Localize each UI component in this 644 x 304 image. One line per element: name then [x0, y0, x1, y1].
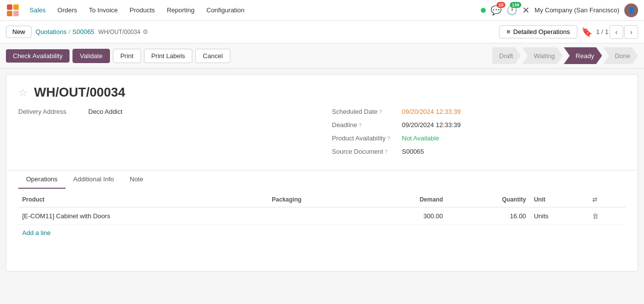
nav-to-invoice[interactable]: To Invoice — [84, 4, 123, 16]
col-quantity: Quantity — [447, 192, 530, 207]
svg-rect-0 — [7, 4, 12, 10]
source-document-row: Source Document ? S00065 — [332, 145, 626, 158]
deadline-help-icon[interactable]: ? — [358, 122, 361, 128]
source-doc-help-icon[interactable]: ? — [385, 149, 388, 155]
cancel-button[interactable]: Cancel — [195, 49, 230, 63]
svg-rect-2 — [7, 11, 12, 16]
col-product: Product — [18, 192, 268, 207]
document-title: WH/OUT/00034 — [34, 85, 125, 100]
scheduled-date-help-icon[interactable]: ? — [379, 109, 382, 115]
breadcrumb-quotations[interactable]: Quotations — [36, 28, 67, 35]
product-availability-value[interactable]: Not Available — [402, 135, 439, 142]
print-button[interactable]: Print — [113, 49, 141, 63]
cell-product[interactable]: [E-COM11] Cabinet with Doors — [18, 207, 268, 225]
svg-rect-1 — [13, 4, 19, 10]
delivery-address-label: Delivery Address — [18, 108, 82, 115]
table-row: [E-COM11] Cabinet with Doors 300.00 16.0… — [18, 207, 626, 225]
pagination-nav: 1 / 1 ‹ › — [596, 25, 638, 39]
right-fields: Scheduled Date ? 09/20/2024 12:33:39 Dea… — [332, 105, 626, 158]
col-unit: Unit — [530, 192, 589, 207]
nav-sales[interactable]: Sales — [25, 4, 51, 16]
cell-unit: Units — [530, 207, 589, 225]
cell-packaging — [268, 207, 365, 225]
adjust-columns-icon[interactable]: ⇄ — [592, 196, 597, 203]
left-fields: Delivery Address Deco Addict — [18, 105, 312, 158]
source-document-label: Source Document ? — [332, 148, 396, 155]
form-section: Delivery Address Deco Addict Scheduled D… — [6, 105, 638, 166]
top-navigation: Sales Orders To Invoice Products Reporti… — [0, 0, 644, 21]
col-adjust: ⇄ — [588, 192, 626, 207]
action-buttons-row: Check Availability Validate Print Print … — [0, 43, 644, 68]
online-status-dot — [481, 8, 486, 13]
settings-icon[interactable]: ✕ — [522, 5, 530, 16]
tab-note[interactable]: Note — [122, 170, 151, 189]
svg-rect-3 — [13, 11, 19, 16]
tabs-row: Operations Additional Info Note — [6, 170, 638, 188]
tab-operations[interactable]: Operations — [18, 170, 66, 189]
scheduled-date-value[interactable]: 09/20/2024 12:33:39 — [402, 108, 461, 115]
scheduled-date-label: Scheduled Date ? — [332, 108, 396, 115]
step-draft[interactable]: Draft — [492, 47, 521, 64]
step-wrapper: Draft Waiting Ready Done — [492, 47, 638, 64]
cell-delete[interactable]: 🗑 — [588, 207, 626, 225]
step-ready[interactable]: Ready — [564, 47, 602, 64]
topnav-right: 💬 10 🕐 139 ✕ My Company (San Francisco) … — [481, 3, 638, 17]
nav-reporting[interactable]: Reporting — [162, 4, 199, 16]
cell-quantity[interactable]: 16.00 — [447, 207, 530, 225]
breadcrumb-s00065[interactable]: S00065 — [72, 28, 95, 35]
breadcrumb-sub: WH/OUT/00034 ⚙ — [98, 28, 148, 35]
notifications-button[interactable]: 💬 10 — [491, 5, 501, 16]
deadline-label: Deadline ? — [332, 121, 396, 129]
user-avatar[interactable]: 👤 — [624, 3, 638, 17]
bookmark-icon[interactable]: 🔖 — [581, 27, 592, 37]
print-labels-button[interactable]: Print Labels — [144, 49, 193, 63]
favorite-star-icon[interactable]: ☆ — [18, 86, 28, 99]
prev-button[interactable]: ‹ — [609, 25, 623, 39]
nav-configuration[interactable]: Configuration — [202, 4, 250, 16]
settings-gear-icon[interactable]: ⚙ — [143, 28, 148, 35]
delivery-address-value[interactable]: Deco Addict — [88, 108, 122, 115]
deadline-row: Deadline ? 09/20/2024 12:33:39 — [332, 118, 626, 132]
breadcrumb: Quotations / S00065 — [36, 28, 94, 35]
nav-orders[interactable]: Orders — [53, 4, 82, 16]
deadline-value[interactable]: 09/20/2024 12:33:39 — [402, 121, 461, 129]
step-done[interactable]: Done — [603, 47, 638, 64]
availability-help-icon[interactable]: ? — [387, 135, 390, 141]
tab-additional-info[interactable]: Additional Info — [66, 170, 122, 189]
product-availability-row: Product Availability ? Not Available — [332, 132, 626, 145]
col-packaging: Packaging — [268, 192, 365, 207]
activities-button[interactable]: 🕐 139 — [506, 5, 517, 16]
delete-row-icon[interactable]: 🗑 — [592, 212, 599, 220]
hamburger-icon: ≡ — [506, 28, 510, 35]
breadcrumb-separator: / — [69, 28, 71, 35]
nav-products[interactable]: Products — [125, 4, 160, 16]
breadcrumb-row: New Quotations / S00065 WH/OUT/00034 ⚙ ≡… — [0, 21, 644, 43]
status-steps: Draft Waiting Ready Done — [492, 47, 638, 64]
operations-table: Product Packaging Demand Quantity Unit ⇄… — [18, 192, 626, 225]
source-document-value[interactable]: S00065 — [402, 148, 424, 155]
notification-badge: 10 — [497, 2, 505, 8]
col-demand: Demand — [365, 192, 447, 207]
delivery-address-row: Delivery Address Deco Addict — [18, 105, 312, 118]
step-waiting[interactable]: Waiting — [522, 47, 563, 64]
check-availability-button[interactable]: Check Availability — [6, 49, 70, 63]
document-header: ☆ WH/OUT/00034 — [6, 75, 638, 105]
detailed-operations-button[interactable]: ≡ Detailed Operations — [499, 25, 577, 38]
detailed-ops-label: Detailed Operations — [513, 28, 570, 35]
next-button[interactable]: › — [624, 25, 638, 39]
activity-badge: 139 — [510, 2, 521, 8]
app-logo[interactable] — [6, 3, 20, 17]
company-name[interactable]: My Company (San Francisco) — [535, 6, 619, 14]
validate-button[interactable]: Validate — [72, 49, 110, 63]
add-line-button[interactable]: Add a line — [18, 225, 55, 240]
scheduled-date-row: Scheduled Date ? 09/20/2024 12:33:39 — [332, 105, 626, 118]
new-button[interactable]: New — [6, 26, 32, 38]
product-availability-label: Product Availability ? — [332, 135, 396, 142]
cell-demand: 300.00 — [365, 207, 447, 225]
page-info: 1 / 1 — [596, 28, 608, 35]
sub-doc-label: WH/OUT/00034 — [98, 29, 140, 35]
main-content-card: ☆ WH/OUT/00034 Delivery Address Deco Add… — [6, 74, 638, 271]
table-section: Product Packaging Demand Quantity Unit ⇄… — [6, 192, 638, 240]
